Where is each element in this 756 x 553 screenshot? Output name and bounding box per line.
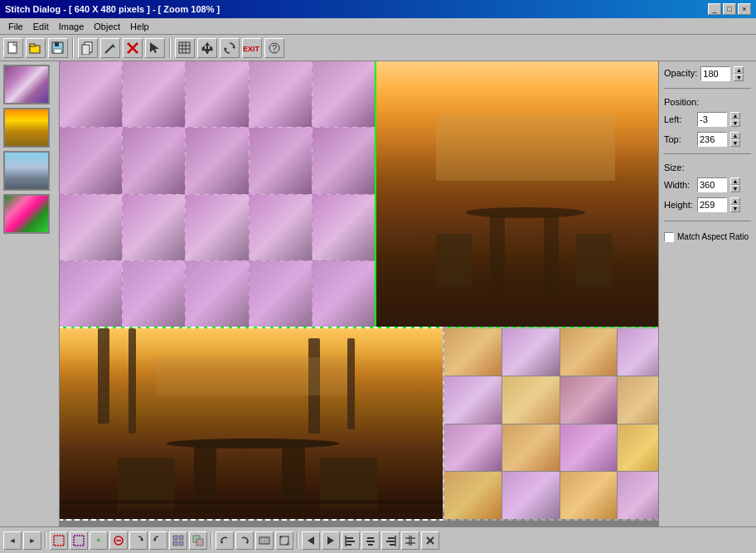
- main-toolbar: EXIT ?: [0, 35, 756, 61]
- menu-edit[interactable]: Edit: [28, 20, 54, 33]
- svg-rect-56: [367, 537, 374, 539]
- svg-marker-20: [205, 42, 210, 46]
- svg-rect-6: [54, 49, 61, 53]
- opacity-down-button[interactable]: ▼: [734, 74, 744, 81]
- svg-rect-8: [82, 45, 90, 55]
- select-all-button[interactable]: [50, 531, 68, 550]
- align-center-button[interactable]: [361, 531, 380, 550]
- move-button[interactable]: [197, 38, 217, 58]
- canvas-area: [60, 61, 658, 526]
- svg-rect-35: [173, 536, 177, 540]
- left-label: Left:: [664, 114, 694, 124]
- height-down-button[interactable]: ▼: [730, 205, 740, 212]
- distribute-button[interactable]: [401, 531, 419, 550]
- opacity-up-button[interactable]: ▲: [734, 66, 744, 74]
- match-aspect-checkbox[interactable]: [664, 232, 674, 242]
- size-label: Size:: [664, 163, 751, 172]
- top-down-button[interactable]: ▼: [730, 139, 740, 147]
- height-up-button[interactable]: ▲: [730, 197, 740, 205]
- svg-rect-60: [386, 541, 395, 542]
- fit-button[interactable]: [255, 531, 274, 550]
- thumbnail-building[interactable]: [3, 151, 50, 191]
- svg-rect-58: [368, 544, 373, 546]
- toolbar-sep-1: [72, 38, 74, 58]
- help-button[interactable]: ?: [264, 38, 284, 58]
- thumbnail-eye[interactable]: [3, 65, 50, 104]
- rotate-button[interactable]: [220, 38, 240, 58]
- extra-button[interactable]: [421, 531, 439, 550]
- left-up-button[interactable]: ▲: [730, 112, 740, 119]
- height-spinner: ▲ ▼: [730, 197, 740, 212]
- grid-button[interactable]: [175, 38, 195, 58]
- width-up-button[interactable]: ▲: [730, 177, 740, 185]
- menu-bar: File Edit Image Object Help: [0, 18, 756, 35]
- height-input[interactable]: [697, 197, 727, 212]
- width-down-button[interactable]: ▼: [730, 185, 740, 192]
- height-label: Height:: [664, 200, 694, 210]
- arrange-button[interactable]: [189, 531, 207, 550]
- select-button[interactable]: [145, 38, 165, 58]
- svg-rect-29: [54, 536, 64, 546]
- align-right-button[interactable]: [381, 531, 400, 550]
- rotate-ccw-button[interactable]: [149, 531, 167, 550]
- copy-button[interactable]: [78, 38, 98, 58]
- tile-top-right[interactable]: [376, 61, 658, 327]
- svg-marker-34: [154, 538, 157, 541]
- undo-button[interactable]: [216, 531, 234, 550]
- new-button[interactable]: [3, 38, 23, 58]
- maximize-button[interactable]: □: [723, 3, 736, 15]
- edit-button[interactable]: [100, 38, 120, 58]
- redo-button[interactable]: [235, 531, 254, 550]
- thumbnail-flowers[interactable]: [3, 194, 50, 234]
- main-area: Opacity: ▲ ▼ Position: Left: ▲ ▼ Top: ▲ …: [0, 61, 756, 526]
- toolbar-sep-2: [169, 38, 171, 58]
- opacity-input[interactable]: [700, 66, 730, 81]
- remove-image-button[interactable]: [109, 531, 128, 550]
- bt-sep-1: [45, 532, 46, 549]
- menu-file[interactable]: File: [3, 20, 28, 33]
- svg-rect-14: [179, 42, 190, 53]
- tile-bottom-right[interactable]: [444, 328, 658, 519]
- match-aspect-label: Match Aspect Ratio: [677, 231, 749, 242]
- exit-button[interactable]: EXIT: [242, 38, 262, 58]
- delete-button[interactable]: [123, 38, 143, 58]
- title-bar: Stitch Dialog - [ 640 X 480 pixels ] - […: [0, 0, 756, 18]
- svg-rect-37: [173, 541, 177, 546]
- thumbnail-bridge[interactable]: [3, 108, 50, 148]
- top-row: Top: ▲ ▼: [664, 132, 751, 147]
- next-frame-button[interactable]: [322, 531, 340, 550]
- add-image-button[interactable]: +: [90, 531, 108, 550]
- stretch-button[interactable]: [275, 531, 293, 550]
- canvas-scroll[interactable]: [60, 61, 658, 526]
- menu-help[interactable]: Help: [125, 20, 154, 33]
- menu-object[interactable]: Object: [89, 20, 125, 33]
- menu-image[interactable]: Image: [54, 20, 90, 33]
- top-input[interactable]: [697, 132, 727, 147]
- svg-rect-54: [346, 544, 351, 546]
- svg-marker-24: [232, 46, 235, 49]
- opacity-label: Opacity:: [664, 68, 697, 78]
- save-button[interactable]: [48, 38, 68, 58]
- divider-3: [664, 221, 751, 221]
- minimize-button[interactable]: _: [708, 3, 721, 15]
- tile-top-left[interactable]: [60, 61, 375, 327]
- width-input[interactable]: [697, 177, 727, 192]
- left-input[interactable]: [697, 112, 727, 127]
- align-left-button[interactable]: [342, 531, 360, 550]
- tile-button[interactable]: [169, 531, 187, 550]
- open-button[interactable]: [26, 38, 46, 58]
- svg-text:EXIT: EXIT: [243, 45, 260, 53]
- svg-rect-52: [346, 537, 353, 539]
- top-up-button[interactable]: ▲: [730, 132, 740, 139]
- opacity-row: Opacity: ▲ ▼: [664, 66, 751, 81]
- deselect-button[interactable]: [70, 531, 88, 550]
- scroll-left-button[interactable]: ◄: [3, 531, 22, 550]
- left-down-button[interactable]: ▼: [730, 119, 740, 127]
- tile-bottom-left[interactable]: [60, 328, 443, 519]
- close-button[interactable]: ×: [738, 3, 751, 15]
- rotate-cw-button[interactable]: [129, 531, 148, 550]
- svg-rect-40: [196, 539, 203, 546]
- scroll-right-button[interactable]: ►: [23, 531, 41, 550]
- svg-marker-49: [286, 542, 288, 545]
- prev-frame-button[interactable]: [302, 531, 320, 550]
